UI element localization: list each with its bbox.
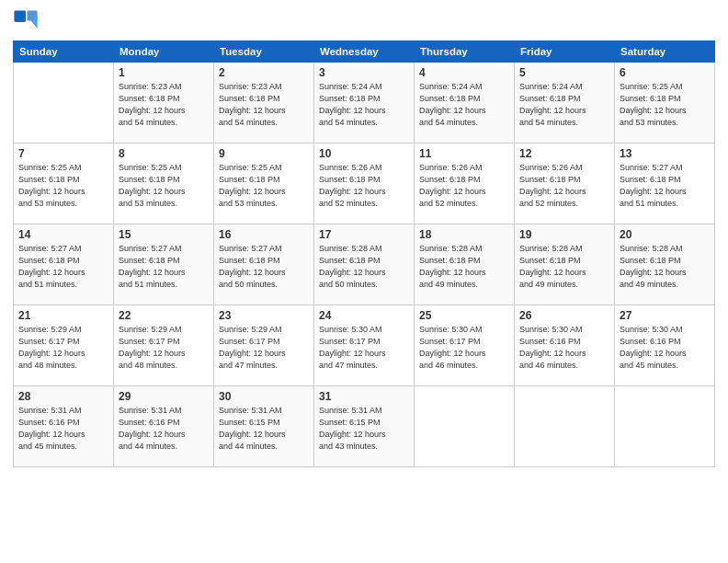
weekday-header-saturday: Saturday <box>615 41 715 63</box>
calendar-cell: 21Sunrise: 5:29 AM Sunset: 6:17 PM Dayli… <box>14 305 114 386</box>
cell-sun-info: Sunrise: 5:23 AM Sunset: 6:18 PM Dayligh… <box>219 81 309 129</box>
svg-rect-0 <box>14 10 26 22</box>
day-number: 15 <box>119 228 209 241</box>
day-number: 17 <box>319 228 409 241</box>
calendar-cell: 30Sunrise: 5:31 AM Sunset: 6:15 PM Dayli… <box>214 386 314 467</box>
day-number: 8 <box>119 147 209 160</box>
weekday-header-tuesday: Tuesday <box>214 41 314 63</box>
day-number: 18 <box>419 228 509 241</box>
calendar-cell: 22Sunrise: 5:29 AM Sunset: 6:17 PM Dayli… <box>114 305 214 386</box>
logo <box>13 9 42 35</box>
calendar-cell: 7Sunrise: 5:25 AM Sunset: 6:18 PM Daylig… <box>14 144 114 224</box>
day-number: 16 <box>219 228 309 241</box>
day-number: 28 <box>18 390 108 403</box>
calendar-cell: 8Sunrise: 5:25 AM Sunset: 6:18 PM Daylig… <box>114 144 214 224</box>
cell-sun-info: Sunrise: 5:30 AM Sunset: 6:16 PM Dayligh… <box>519 324 609 372</box>
week-row-2: 7Sunrise: 5:25 AM Sunset: 6:18 PM Daylig… <box>14 144 715 224</box>
weekday-header-friday: Friday <box>515 41 615 63</box>
calendar-cell: 18Sunrise: 5:28 AM Sunset: 6:18 PM Dayli… <box>415 224 515 305</box>
cell-sun-info: Sunrise: 5:29 AM Sunset: 6:17 PM Dayligh… <box>18 324 108 372</box>
cell-sun-info: Sunrise: 5:26 AM Sunset: 6:18 PM Dayligh… <box>319 162 409 210</box>
calendar-cell: 6Sunrise: 5:25 AM Sunset: 6:18 PM Daylig… <box>615 63 715 144</box>
cell-sun-info: Sunrise: 5:25 AM Sunset: 6:18 PM Dayligh… <box>219 162 309 210</box>
cell-sun-info: Sunrise: 5:30 AM Sunset: 6:16 PM Dayligh… <box>620 324 710 372</box>
cell-sun-info: Sunrise: 5:24 AM Sunset: 6:18 PM Dayligh… <box>319 81 409 129</box>
cell-sun-info: Sunrise: 5:31 AM Sunset: 6:16 PM Dayligh… <box>119 405 209 453</box>
day-number: 21 <box>18 309 108 322</box>
calendar-cell: 27Sunrise: 5:30 AM Sunset: 6:16 PM Dayli… <box>615 305 715 386</box>
cell-sun-info: Sunrise: 5:30 AM Sunset: 6:17 PM Dayligh… <box>319 324 409 372</box>
calendar-cell: 12Sunrise: 5:26 AM Sunset: 6:18 PM Dayli… <box>515 144 615 224</box>
calendar-cell <box>14 63 114 144</box>
calendar-cell: 20Sunrise: 5:28 AM Sunset: 6:18 PM Dayli… <box>615 224 715 305</box>
day-number: 29 <box>119 390 209 403</box>
calendar-cell: 13Sunrise: 5:27 AM Sunset: 6:18 PM Dayli… <box>615 144 715 224</box>
day-number: 12 <box>519 147 609 160</box>
calendar-cell: 29Sunrise: 5:31 AM Sunset: 6:16 PM Dayli… <box>114 386 214 467</box>
calendar-cell: 23Sunrise: 5:29 AM Sunset: 6:17 PM Dayli… <box>214 305 314 386</box>
calendar-cell: 24Sunrise: 5:30 AM Sunset: 6:17 PM Dayli… <box>314 305 415 386</box>
day-number: 6 <box>620 66 710 79</box>
cell-sun-info: Sunrise: 5:30 AM Sunset: 6:17 PM Dayligh… <box>419 324 509 372</box>
weekday-header-wednesday: Wednesday <box>314 41 415 63</box>
weekday-header-thursday: Thursday <box>415 41 515 63</box>
calendar-cell: 1Sunrise: 5:23 AM Sunset: 6:18 PM Daylig… <box>114 63 214 144</box>
day-number: 26 <box>519 309 609 322</box>
cell-sun-info: Sunrise: 5:26 AM Sunset: 6:18 PM Dayligh… <box>419 162 509 210</box>
calendar-cell: 10Sunrise: 5:26 AM Sunset: 6:18 PM Dayli… <box>314 144 415 224</box>
calendar-cell: 26Sunrise: 5:30 AM Sunset: 6:16 PM Dayli… <box>515 305 615 386</box>
cell-sun-info: Sunrise: 5:31 AM Sunset: 6:15 PM Dayligh… <box>219 405 309 453</box>
calendar-cell: 9Sunrise: 5:25 AM Sunset: 6:18 PM Daylig… <box>214 144 314 224</box>
cell-sun-info: Sunrise: 5:29 AM Sunset: 6:17 PM Dayligh… <box>119 324 209 372</box>
day-number: 10 <box>319 147 409 160</box>
day-number: 7 <box>18 147 108 160</box>
day-number: 1 <box>119 66 209 79</box>
week-row-3: 14Sunrise: 5:27 AM Sunset: 6:18 PM Dayli… <box>14 224 715 305</box>
day-number: 5 <box>519 66 609 79</box>
calendar-cell <box>415 386 515 467</box>
day-number: 22 <box>119 309 209 322</box>
day-number: 20 <box>620 228 710 241</box>
week-row-5: 28Sunrise: 5:31 AM Sunset: 6:16 PM Dayli… <box>14 386 715 467</box>
day-number: 23 <box>219 309 309 322</box>
day-number: 11 <box>419 147 509 160</box>
day-number: 30 <box>219 390 309 403</box>
day-number: 14 <box>18 228 108 241</box>
weekday-header-row: SundayMondayTuesdayWednesdayThursdayFrid… <box>14 41 715 63</box>
cell-sun-info: Sunrise: 5:24 AM Sunset: 6:18 PM Dayligh… <box>419 81 509 129</box>
cell-sun-info: Sunrise: 5:28 AM Sunset: 6:18 PM Dayligh… <box>319 243 409 291</box>
day-number: 13 <box>620 147 710 160</box>
day-number: 2 <box>219 66 309 79</box>
cell-sun-info: Sunrise: 5:27 AM Sunset: 6:18 PM Dayligh… <box>119 243 209 291</box>
calendar-cell: 17Sunrise: 5:28 AM Sunset: 6:18 PM Dayli… <box>314 224 415 305</box>
calendar-cell: 25Sunrise: 5:30 AM Sunset: 6:17 PM Dayli… <box>415 305 515 386</box>
calendar-cell <box>515 386 615 467</box>
cell-sun-info: Sunrise: 5:25 AM Sunset: 6:18 PM Dayligh… <box>18 162 108 210</box>
week-row-4: 21Sunrise: 5:29 AM Sunset: 6:17 PM Dayli… <box>14 305 715 386</box>
cell-sun-info: Sunrise: 5:31 AM Sunset: 6:15 PM Dayligh… <box>319 405 409 453</box>
calendar-cell: 5Sunrise: 5:24 AM Sunset: 6:18 PM Daylig… <box>515 63 615 144</box>
calendar-cell: 28Sunrise: 5:31 AM Sunset: 6:16 PM Dayli… <box>14 386 114 467</box>
cell-sun-info: Sunrise: 5:25 AM Sunset: 6:18 PM Dayligh… <box>620 81 710 129</box>
calendar-cell <box>615 386 715 467</box>
day-number: 24 <box>319 309 409 322</box>
cell-sun-info: Sunrise: 5:24 AM Sunset: 6:18 PM Dayligh… <box>519 81 609 129</box>
cell-sun-info: Sunrise: 5:28 AM Sunset: 6:18 PM Dayligh… <box>519 243 609 291</box>
day-number: 25 <box>419 309 509 322</box>
calendar-cell: 3Sunrise: 5:24 AM Sunset: 6:18 PM Daylig… <box>314 63 415 144</box>
weekday-header-sunday: Sunday <box>14 41 114 63</box>
day-number: 3 <box>319 66 409 79</box>
day-number: 31 <box>319 390 409 403</box>
calendar-cell: 11Sunrise: 5:26 AM Sunset: 6:18 PM Dayli… <box>415 144 515 224</box>
calendar-cell: 16Sunrise: 5:27 AM Sunset: 6:18 PM Dayli… <box>214 224 314 305</box>
cell-sun-info: Sunrise: 5:27 AM Sunset: 6:18 PM Dayligh… <box>18 243 108 291</box>
calendar-cell: 2Sunrise: 5:23 AM Sunset: 6:18 PM Daylig… <box>214 63 314 144</box>
cell-sun-info: Sunrise: 5:25 AM Sunset: 6:18 PM Dayligh… <box>119 162 209 210</box>
cell-sun-info: Sunrise: 5:31 AM Sunset: 6:16 PM Dayligh… <box>18 405 108 453</box>
cell-sun-info: Sunrise: 5:28 AM Sunset: 6:18 PM Dayligh… <box>620 243 710 291</box>
cell-sun-info: Sunrise: 5:27 AM Sunset: 6:18 PM Dayligh… <box>219 243 309 291</box>
day-number: 4 <box>419 66 509 79</box>
cell-sun-info: Sunrise: 5:26 AM Sunset: 6:18 PM Dayligh… <box>519 162 609 210</box>
logo-icon <box>13 9 39 35</box>
day-number: 9 <box>219 147 309 160</box>
